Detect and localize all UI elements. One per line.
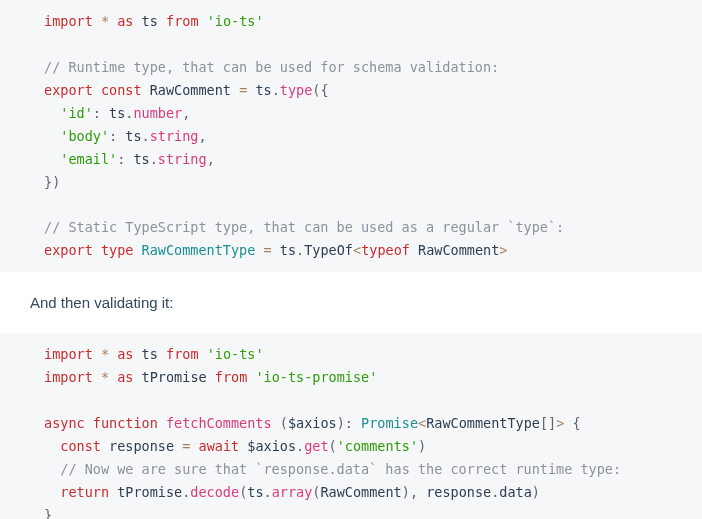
- punct-comma: ,: [199, 128, 207, 144]
- punct-paren: ): [402, 484, 410, 500]
- op-gt: >: [499, 242, 507, 258]
- comment: // Static TypeScript type, that can be u…: [44, 219, 564, 235]
- str-email: 'email': [60, 151, 117, 167]
- punct-brace: }: [44, 174, 52, 190]
- code-block-2: import * as ts from 'io-ts' import * as …: [0, 333, 702, 519]
- kw-import: import: [44, 13, 93, 29]
- op-lt: <: [418, 415, 426, 431]
- punct-paren: ): [418, 438, 426, 454]
- id-ts: ts: [280, 242, 296, 258]
- op-gt: >: [556, 415, 564, 431]
- kw-typeof: typeof: [361, 242, 410, 258]
- fn-get: get: [304, 438, 328, 454]
- code-content-2: import * as ts from 'io-ts' import * as …: [0, 343, 702, 519]
- id-tpromise: tPromise: [117, 484, 182, 500]
- id-data: data: [499, 484, 532, 500]
- kw-from: from: [215, 369, 248, 385]
- id-ts: ts: [109, 105, 125, 121]
- id-rawcomment: RawComment: [418, 242, 499, 258]
- punct-dot: .: [296, 242, 304, 258]
- kw-await: await: [199, 438, 240, 454]
- type-promise: Promise: [361, 415, 418, 431]
- id-ts: ts: [133, 151, 149, 167]
- comment: // Runtime type, that can be used for sc…: [44, 59, 499, 75]
- op-star: *: [101, 13, 109, 29]
- kw-return: return: [60, 484, 109, 500]
- punct-paren: (: [329, 438, 337, 454]
- kw-import: import: [44, 346, 93, 362]
- id-rawcomment: RawComment: [320, 484, 401, 500]
- fn-fetchcomments: fetchComments: [166, 415, 272, 431]
- id-ts: ts: [142, 346, 158, 362]
- punct-paren: ): [52, 174, 60, 190]
- fn-string: string: [158, 151, 207, 167]
- id-response: response: [109, 438, 174, 454]
- punct-comma: ,: [410, 484, 418, 500]
- id-ts: ts: [247, 484, 263, 500]
- str-comments: 'comments': [337, 438, 418, 454]
- code-content-1: import * as ts from 'io-ts' // Runtime t…: [0, 10, 702, 262]
- punct-dot: .: [142, 128, 150, 144]
- fn-array: array: [272, 484, 313, 500]
- id-ts: ts: [255, 82, 271, 98]
- op-lt: <: [353, 242, 361, 258]
- op-eq: =: [182, 438, 190, 454]
- kw-from: from: [166, 13, 199, 29]
- punct-bracket: [: [540, 415, 548, 431]
- id-ts: ts: [125, 128, 141, 144]
- punct-comma: ,: [207, 151, 215, 167]
- op-star: *: [101, 346, 109, 362]
- punct-dot: .: [264, 484, 272, 500]
- type-rawcommenttype: RawCommentType: [142, 242, 256, 258]
- id-axios: $axios: [247, 438, 296, 454]
- op-eq: =: [264, 242, 272, 258]
- page: import * as ts from 'io-ts' // Runtime t…: [0, 0, 702, 519]
- fn-type: type: [280, 82, 313, 98]
- str-body: 'body': [60, 128, 109, 144]
- punct-colon: :: [345, 415, 353, 431]
- kw-as: as: [117, 13, 133, 29]
- str-iotspromise: 'io-ts-promise': [255, 369, 377, 385]
- id-axios: $axios: [288, 415, 337, 431]
- punct-comma: ,: [182, 105, 190, 121]
- punct-dot: .: [272, 82, 280, 98]
- punct-dot: .: [150, 151, 158, 167]
- kw-from: from: [166, 346, 199, 362]
- str-iots: 'io-ts': [207, 13, 264, 29]
- punct-brace: {: [573, 415, 581, 431]
- kw-async: async: [44, 415, 85, 431]
- punct-paren: ): [532, 484, 540, 500]
- kw-export: export: [44, 242, 93, 258]
- str-id: 'id': [60, 105, 93, 121]
- fn-string: string: [150, 128, 199, 144]
- kw-as: as: [117, 369, 133, 385]
- kw-const: const: [101, 82, 142, 98]
- fn-number: number: [133, 105, 182, 121]
- id-ts: ts: [142, 13, 158, 29]
- op-star: *: [101, 369, 109, 385]
- kw-type: type: [101, 242, 134, 258]
- punct-bracket: ]: [548, 415, 556, 431]
- comment: // Now we are sure that `response.data` …: [60, 461, 621, 477]
- punct-colon: :: [109, 128, 117, 144]
- fn-decode: decode: [190, 484, 239, 500]
- str-iots: 'io-ts': [207, 346, 264, 362]
- punct-brace: }: [44, 507, 52, 519]
- id-response: response: [426, 484, 491, 500]
- op-eq: =: [239, 82, 247, 98]
- punct-colon: :: [117, 151, 125, 167]
- kw-export: export: [44, 82, 93, 98]
- punct-paren: (: [280, 415, 288, 431]
- punct-dot: .: [296, 438, 304, 454]
- prose-text: And then validating it:: [0, 272, 702, 333]
- punct-brace: {: [320, 82, 328, 98]
- kw-as: as: [117, 346, 133, 362]
- kw-function: function: [93, 415, 158, 431]
- id-rawcomment: RawComment: [150, 82, 231, 98]
- kw-const: const: [60, 438, 101, 454]
- id-typeof: TypeOf: [304, 242, 353, 258]
- punct-paren: ): [337, 415, 345, 431]
- code-block-1: import * as ts from 'io-ts' // Runtime t…: [0, 0, 702, 272]
- id-rawcommenttype: RawCommentType: [426, 415, 540, 431]
- punct-colon: :: [93, 105, 101, 121]
